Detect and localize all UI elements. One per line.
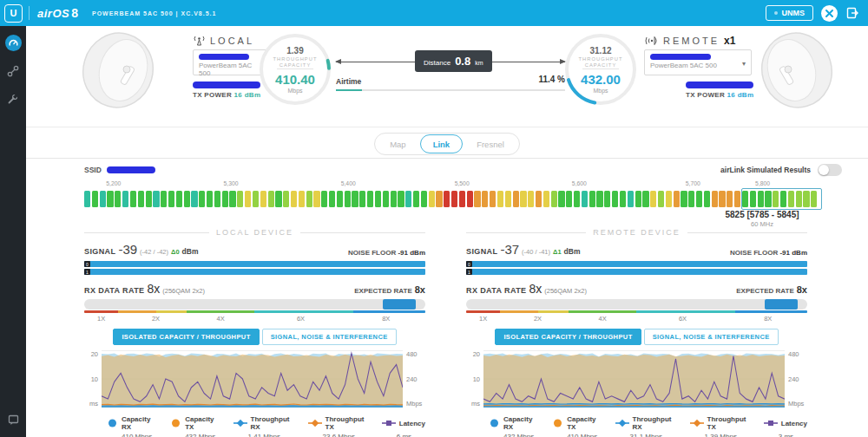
logout-icon[interactable] xyxy=(845,6,859,20)
expected-rate: EXPECTED RATE 8x xyxy=(736,284,807,295)
spectrum-segment xyxy=(329,191,335,207)
latency-axis: 20 10 ms xyxy=(466,350,483,408)
remote-antenna-dish-image xyxy=(753,31,833,109)
spectrum-segment xyxy=(712,191,718,207)
rate-tick-label: 4X xyxy=(217,315,225,323)
signal-chain-bar: 1 xyxy=(466,269,807,275)
local-section-header: LOCAL xyxy=(193,35,254,46)
frequency-tick-label: 5,300 xyxy=(223,180,238,186)
spectrum-segment xyxy=(551,191,557,207)
spectrum-segment xyxy=(191,191,197,207)
isolated-capacity-throughput-button[interactable]: ISOLATED CAPACITY / THROUGHPUT xyxy=(495,329,641,345)
spectrum-segment xyxy=(299,191,305,207)
selected-channel-caption: 5825 [5785 - 5845] 60 MHz xyxy=(701,210,823,228)
unms-button[interactable]: UNMS xyxy=(766,5,814,21)
legend-marker-dot xyxy=(170,415,181,431)
sidebar-item-tools[interactable] xyxy=(5,90,22,107)
legend-value: 23.6 Mbps xyxy=(323,433,367,437)
device-firmware-subtitle: POWERBEAM 5AC 500 | XC.V8.5.1 xyxy=(92,10,216,16)
remote-chart-legend: Capacity RX432 MbpsCapacity TX410 MbpsTh… xyxy=(466,415,807,437)
legend-value: 6 ms xyxy=(397,433,425,437)
axis-tick: ms xyxy=(84,400,98,408)
tab-map[interactable]: Map xyxy=(378,135,418,153)
rate-color-strip xyxy=(84,310,425,313)
legend-label: Capacity RX xyxy=(503,415,537,431)
airlink-simulated-results: airLink Simulated Results xyxy=(720,164,842,176)
signal-noise-interference-button[interactable]: SIGNAL, NOISE & INTERFERENCE xyxy=(644,329,779,345)
redacted-ssid-value xyxy=(107,166,155,173)
remote-rx-rate-row: RX DATA RATE 8x (256QAM 2x2) EXPECTED RA… xyxy=(466,282,807,296)
rate-tick-label: 1X xyxy=(479,315,487,323)
rate-tick-label: 2X xyxy=(534,315,542,323)
tools-button[interactable] xyxy=(821,5,838,22)
divider-line xyxy=(687,232,807,233)
spectrum-segment xyxy=(115,191,121,207)
axis-tick: 10 xyxy=(84,375,98,383)
unms-label: UNMS xyxy=(782,9,806,17)
redacted-remote-device-name xyxy=(650,54,711,60)
sidebar-item-feedback[interactable] xyxy=(5,412,22,428)
signal-chain-bar: 1 xyxy=(84,269,425,275)
ssid-label: SSID xyxy=(84,166,102,174)
legend-item: Throughput RX31.1 Mbps xyxy=(615,415,675,437)
airtime-bar xyxy=(336,89,565,91)
feedback-bubble-icon xyxy=(8,414,19,426)
spectrum-segment xyxy=(413,191,419,207)
spectrum-segment xyxy=(222,191,228,207)
legend-value: 410 Mbps xyxy=(567,433,600,437)
series-line-throughput-rx xyxy=(483,404,785,405)
distance-badge: Distance 0.8 km xyxy=(415,50,492,72)
rx-modulation: (256QAM 2x2) xyxy=(162,287,205,295)
rate-tick-labels: 1X2X4X6X8X xyxy=(84,315,425,326)
spectrum-segment xyxy=(497,191,503,207)
legend-marker-diamond xyxy=(233,415,247,431)
ubiquiti-logo[interactable]: U xyxy=(4,4,23,23)
frequency-tick-label: 5,700 xyxy=(686,180,700,186)
spectrum-segment xyxy=(100,191,106,207)
spectrum-segment xyxy=(398,191,404,207)
local-tx-power-value: 16 dBm xyxy=(234,91,261,99)
remote-device-selector[interactable]: PowerBeam 5AC 500 ▾ xyxy=(644,49,752,75)
signal-noise-interference-button[interactable]: SIGNAL, NOISE & INTERFERENCE xyxy=(262,329,397,345)
current-rate-block xyxy=(765,299,799,310)
rate-color-strip xyxy=(466,310,807,313)
spectrum-segment xyxy=(130,191,136,207)
spectrum-segment xyxy=(459,191,465,207)
remote-tx-power-value: 16 dBm xyxy=(727,91,754,99)
remote-tx-power-label: TX POWER xyxy=(686,91,725,99)
axis-tick: Mbps xyxy=(788,400,807,408)
rate-tick-label: 6X xyxy=(297,315,305,323)
local-device-name-field[interactable]: PowerBeam 5AC 500 xyxy=(193,49,269,75)
rate-strip-segment xyxy=(735,310,807,313)
wrench-icon xyxy=(7,93,19,105)
spectrum-segment xyxy=(674,191,680,207)
tab-link[interactable]: Link xyxy=(420,134,464,153)
sidebar-item-dashboard[interactable] xyxy=(5,35,22,51)
legend-item: Latency3 ms xyxy=(764,415,807,437)
spectrum-segment xyxy=(421,191,427,207)
spectrum-segment xyxy=(658,191,664,207)
rate-tick-label: 8X xyxy=(764,315,772,323)
spectrum-segment xyxy=(704,191,710,207)
remote-chart-mode-buttons: ISOLATED CAPACITY / THROUGHPUT SIGNAL, N… xyxy=(466,329,807,345)
airlink-toggle[interactable] xyxy=(818,164,842,176)
legend-label: Throughput RX xyxy=(251,415,293,431)
gauge-divider xyxy=(582,68,619,69)
sidebar-item-wireless[interactable] xyxy=(5,62,22,79)
spectrum-segment xyxy=(642,191,648,207)
expected-rate-label: EXPECTED RATE xyxy=(736,287,794,295)
spectrum-segment xyxy=(337,191,343,207)
remote-section-header: REMOTE x1 xyxy=(644,35,735,47)
spectrum-bar xyxy=(84,191,818,207)
legend-item: Capacity TX432 Mbps xyxy=(170,415,218,437)
rx-modulation: (256QAM 2x2) xyxy=(544,287,587,295)
rate-tick-label: 2X xyxy=(152,315,160,323)
rx-rate-value: 8x xyxy=(529,282,542,296)
remote-device-section-header: REMOTE DEVICE xyxy=(466,227,807,238)
redacted-remote-mac xyxy=(686,82,753,88)
chain-number: 1 xyxy=(466,269,472,275)
link-overview-panel: LOCAL PowerBeam 5AC 500 TX POWER 16 dBm … xyxy=(26,26,868,127)
tab-fresnel[interactable]: Fresnel xyxy=(464,135,516,153)
expected-rate-value: 8x xyxy=(415,284,425,295)
isolated-capacity-throughput-button[interactable]: ISOLATED CAPACITY / THROUGHPUT xyxy=(113,329,259,345)
